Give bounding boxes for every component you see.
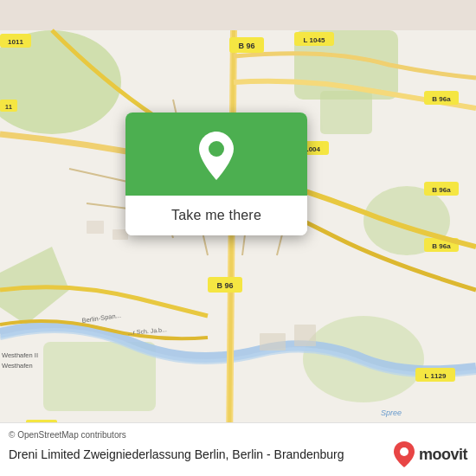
- svg-text:Spree: Spree: [381, 408, 402, 417]
- svg-text:L 1045: L 1045: [304, 36, 325, 44]
- moovit-logo: moovit: [393, 441, 467, 467]
- svg-text:Westhafen: Westhafen: [2, 362, 33, 370]
- svg-point-41: [209, 141, 224, 157]
- svg-text:Westhafen II: Westhafen II: [2, 351, 38, 359]
- svg-text:B 96a: B 96a: [432, 186, 451, 194]
- location-name: Dreni Limited Zweigniederlassung Berlin,…: [9, 447, 393, 461]
- svg-text:B 96: B 96: [216, 281, 233, 290]
- svg-rect-3: [320, 91, 372, 134]
- svg-rect-34: [294, 325, 316, 346]
- attribution-text: © OpenStreetMap contributors: [9, 430, 467, 440]
- svg-text:11: 11: [5, 104, 12, 110]
- svg-text:B 96: B 96: [238, 42, 254, 50]
- popup-button-area: Take me there: [125, 196, 307, 235]
- svg-rect-35: [87, 221, 104, 234]
- location-pin-icon: [196, 132, 237, 180]
- svg-text:1011: 1011: [8, 38, 23, 46]
- svg-text:B 96a: B 96a: [432, 95, 451, 103]
- moovit-brand-text: moovit: [419, 446, 467, 464]
- svg-point-42: [400, 447, 408, 456]
- map-background: B 96 L 1045 1011 11 B 96a B 96a B 96a B …: [0, 0, 476, 476]
- popup-card: Take me there: [125, 113, 307, 235]
- bottom-bar: © OpenStreetMap contributors Dreni Limit…: [0, 422, 476, 476]
- svg-text:B 96a: B 96a: [432, 242, 451, 250]
- map-container: B 96 L 1045 1011 11 B 96a B 96a B 96a B …: [0, 0, 476, 476]
- svg-text:L 1129: L 1129: [425, 372, 447, 380]
- popup-green-area: [125, 113, 307, 196]
- take-me-there-button[interactable]: Take me there: [171, 208, 261, 223]
- svg-rect-33: [260, 333, 286, 351]
- bottom-row: Dreni Limited Zweigniederlassung Berlin,…: [9, 441, 467, 467]
- moovit-pin-icon: [393, 441, 415, 467]
